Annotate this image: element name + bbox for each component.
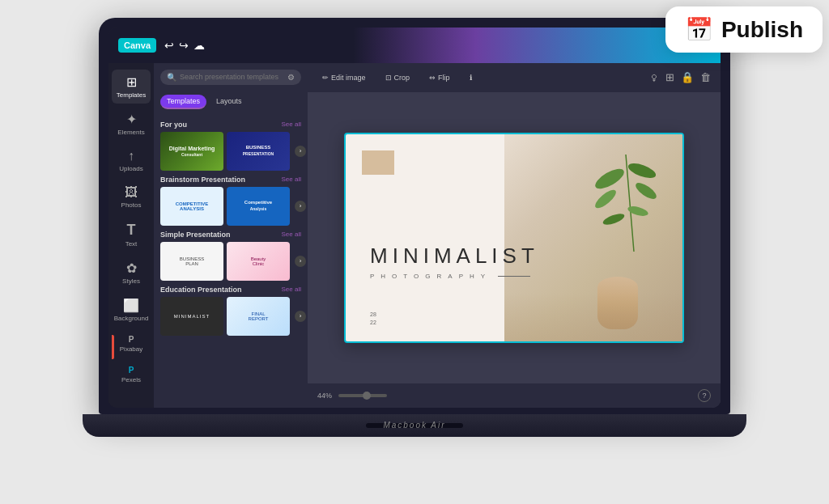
svg-point-5: [602, 211, 626, 227]
sidebar-item-uploads[interactable]: ↑ Uploads: [112, 144, 151, 177]
info-button[interactable]: ℹ: [465, 71, 477, 84]
uploads-icon: ↑: [128, 149, 134, 163]
section-for-you-header: For you See all: [160, 121, 301, 129]
template-thumb-digital[interactable]: Digital Marketing Consultant: [160, 132, 223, 171]
search-input[interactable]: [180, 73, 284, 81]
zoom-slider[interactable]: [338, 394, 387, 397]
publish-badge[interactable]: 📅 Publish: [665, 6, 823, 53]
text-label: Text: [125, 240, 138, 248]
laptop-base: Macbook Air: [83, 414, 746, 437]
filter-icon[interactable]: ⚙: [287, 73, 295, 82]
crop-button[interactable]: ⊡ Crop: [380, 71, 415, 84]
main-content: ⊞ Templates ✦ Elements ↑ Uploads 🖼 Photo…: [108, 63, 721, 408]
see-all-brainstorm[interactable]: See all: [282, 176, 301, 183]
redo-icon[interactable]: ↪: [179, 39, 189, 52]
edit-image-icon: ✏: [322, 74, 329, 82]
elements-label: Elements: [117, 129, 144, 136]
styles-icon: ✿: [126, 260, 137, 276]
zoom-level: 44%: [317, 392, 332, 400]
for-you-grid: Digital Marketing Consultant BUSINESS PR…: [160, 132, 301, 171]
publish-label: Publish: [721, 17, 803, 43]
canvas-area: ✏ Edit image ⊡ Crop ⇔ Flip ℹ: [308, 63, 721, 408]
see-all-education[interactable]: See all: [282, 286, 301, 293]
canvas-main[interactable]: Page 01: [308, 92, 721, 383]
section-brainstorm-title: Brainstorm Presentation: [160, 176, 245, 184]
pixabay-label: Pixabay: [120, 345, 142, 353]
toolbar-right: ⧬ ⊞ 🔒 🗑: [648, 71, 711, 83]
topbar-icons: ↩ ↪ ☁: [164, 39, 205, 52]
plant-svg: [585, 138, 666, 260]
sidebar-item-elements[interactable]: ✦ Elements: [112, 107, 151, 141]
laptop-wrapper: Canva ↩ ↪ ☁ Untitled ⊞ Templates ✦: [83, 18, 746, 487]
laptop-brand-label: Macbook Air: [383, 421, 445, 430]
search-bar: 🔍 ⚙: [160, 70, 301, 85]
template-thumb-bizplan[interactable]: BUSINESSPLAN: [160, 242, 223, 281]
svg-point-2: [627, 160, 658, 180]
sidebar-item-templates[interactable]: ⊞ Templates: [112, 70, 151, 104]
sidebar-item-photos[interactable]: 🖼 Photos: [112, 180, 151, 214]
slide-image-area: [504, 134, 682, 341]
section-next-arrow[interactable]: ›: [295, 146, 306, 157]
canva-logo[interactable]: Canva: [118, 38, 156, 53]
pixabay-icon: P: [129, 335, 134, 344]
svg-point-1: [593, 165, 627, 193]
flip-button[interactable]: ⇔ Flip: [424, 71, 455, 84]
template-thumb-business[interactable]: BUSINESS PRESENTATION: [227, 132, 290, 171]
photos-label: Photos: [121, 201, 142, 209]
elements-icon: ✦: [126, 112, 137, 127]
laptop-screen: Canva ↩ ↪ ☁ Untitled ⊞ Templates ✦: [108, 28, 721, 408]
education-next-arrow[interactable]: ›: [295, 311, 306, 322]
fabric-drape: [504, 293, 682, 341]
brainstorm-next-arrow[interactable]: ›: [295, 201, 306, 212]
photos-icon: 🖼: [125, 185, 138, 200]
templates-panel: 🔍 ⚙ Templates Layouts For you: [154, 63, 308, 408]
laptop-screen-frame: Canva ↩ ↪ ☁ Untitled ⊞ Templates ✦: [99, 18, 730, 414]
layers-icon[interactable]: ⧬: [648, 71, 659, 83]
see-all-simple[interactable]: See all: [282, 231, 301, 238]
sidebar-item-pexels[interactable]: P Pexels: [112, 361, 151, 388]
zoom-bar: 44% ?: [308, 383, 721, 408]
sidebar-item-pixabay[interactable]: P Pixabay: [112, 330, 151, 358]
zoom-help-button[interactable]: ?: [698, 389, 711, 402]
template-thumb-minimalist[interactable]: MINIMALIST: [160, 297, 223, 336]
background-label: Background: [114, 315, 149, 322]
section-brainstorm-header: Brainstorm Presentation See all: [160, 176, 301, 184]
text-icon: T: [127, 222, 136, 239]
delete-icon[interactable]: 🗑: [700, 71, 711, 83]
active-indicator: [112, 335, 114, 359]
zoom-handle[interactable]: [363, 392, 371, 400]
tab-layouts[interactable]: Layouts: [210, 95, 249, 109]
education-grid: MINIMALIST FINALREPORT ›: [160, 297, 301, 336]
simple-grid: BUSINESSPLAN BeautyClinic ›: [160, 242, 301, 281]
svg-point-4: [633, 180, 658, 201]
sidebar-item-text[interactable]: T Text: [112, 217, 151, 252]
template-thumb-beauty[interactable]: BeautyClinic: [227, 242, 290, 281]
crop-icon: ⊡: [385, 74, 392, 82]
undo-icon[interactable]: ↩: [164, 39, 174, 52]
template-tabs: Templates Layouts: [154, 91, 308, 112]
template-thumb-comp2[interactable]: Competitive Analysis: [227, 187, 290, 226]
template-thumb-final[interactable]: FINALREPORT: [227, 297, 290, 336]
flip-icon: ⇔: [429, 74, 436, 82]
slide-title: MINIMALIST: [370, 244, 539, 269]
tab-templates[interactable]: Templates: [160, 95, 206, 109]
info-icon: ℹ: [470, 74, 472, 82]
see-all-for-you[interactable]: See all: [282, 121, 301, 128]
edit-image-button[interactable]: ✏ Edit image: [317, 71, 371, 84]
section-simple-title: Simple Presentation: [160, 231, 231, 239]
panel-scroll[interactable]: For you See all Digital Marketing Consul…: [154, 112, 308, 408]
section-education-title: Education Presentation: [160, 286, 242, 294]
templates-label: Templates: [117, 91, 146, 99]
slide-subtitle: PHOTOGRAPHY: [370, 273, 530, 280]
sidebar-item-background[interactable]: ⬜ Background: [112, 293, 151, 327]
lock-icon[interactable]: 🔒: [681, 71, 694, 83]
section-for-you-title: For you: [160, 121, 187, 129]
template-thumb-competitive[interactable]: COMPETITIVEANALYSIS: [160, 187, 223, 226]
sidebar-item-styles[interactable]: ✿ Styles: [112, 256, 151, 290]
pexels-label: Pexels: [121, 376, 141, 383]
search-icon: 🔍: [167, 73, 176, 82]
cloud-icon[interactable]: ☁: [193, 39, 205, 52]
slide-numbers: 28 22: [370, 311, 376, 327]
grid-icon[interactable]: ⊞: [665, 71, 674, 83]
simple-next-arrow[interactable]: ›: [295, 256, 306, 267]
